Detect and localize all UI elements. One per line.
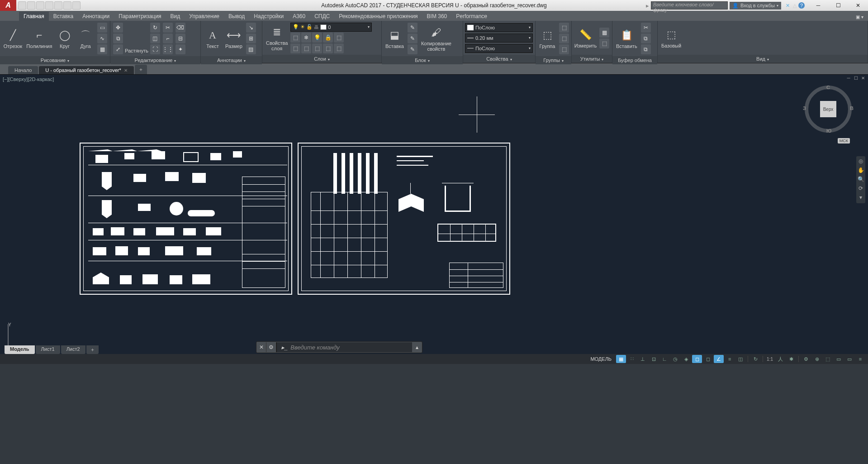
edit-icon[interactable]: ✎ bbox=[408, 33, 417, 43]
tab-performance[interactable]: Performance bbox=[451, 12, 492, 21]
layermk2-icon[interactable]: ⬚ bbox=[301, 43, 311, 53]
array-icon[interactable]: ⋮⋮ bbox=[163, 44, 173, 54]
exchange-icon[interactable]: ✕ bbox=[784, 2, 791, 9]
tab-a360[interactable]: A360 bbox=[288, 12, 310, 21]
otrack-icon[interactable]: ∠ bbox=[714, 355, 724, 363]
offset-icon[interactable]: ⊟ bbox=[175, 33, 185, 43]
rect-icon[interactable]: ▭ bbox=[97, 23, 107, 33]
layout-2[interactable]: Лист2 bbox=[61, 345, 85, 354]
tab-addins[interactable]: Надстройки bbox=[249, 12, 288, 21]
search-input[interactable]: Введите ключевое слово/фразу bbox=[651, 1, 728, 10]
tab-start[interactable]: Начало bbox=[8, 66, 38, 74]
line-button[interactable]: ╱Отрезок bbox=[2, 27, 24, 50]
attr-icon[interactable]: ✎ bbox=[408, 44, 417, 54]
dim-button[interactable]: ⟷Размер bbox=[223, 27, 244, 50]
tab-insert[interactable]: Вставка bbox=[49, 12, 78, 21]
layeriso-icon[interactable]: ⬚ bbox=[290, 33, 300, 43]
ortho-icon[interactable]: ∟ bbox=[659, 355, 669, 363]
tab-add[interactable]: ＋ bbox=[135, 65, 147, 74]
move-icon[interactable]: ✥ bbox=[113, 23, 123, 33]
status-scale[interactable]: 1:1 bbox=[765, 357, 774, 362]
layermk4-icon[interactable]: ⬚ bbox=[323, 43, 333, 53]
viewport-label[interactable]: [−][Сверху][2D-каркас] bbox=[3, 77, 54, 82]
cmd-recent-icon[interactable]: ⚙ bbox=[266, 342, 276, 352]
command-input[interactable]: ▸_Введите команду bbox=[276, 342, 412, 352]
table-icon[interactable]: ⊞ bbox=[246, 33, 256, 43]
mirror-icon[interactable]: ◫ bbox=[150, 33, 160, 43]
layerfreeze-icon[interactable]: ❄ bbox=[301, 33, 311, 43]
erase-icon[interactable]: ⌫ bbox=[175, 23, 185, 33]
qat-undo-icon[interactable] bbox=[63, 1, 71, 10]
hatch-icon[interactable]: ▦ bbox=[97, 44, 107, 54]
layermatch-icon[interactable]: ⬚ bbox=[334, 33, 344, 43]
minimize-button[interactable]: ─ bbox=[808, 0, 828, 11]
sel-icon[interactable]: ▦ bbox=[599, 28, 609, 38]
cpaste-icon[interactable]: ⧉ bbox=[641, 44, 651, 54]
layerlock-icon[interactable]: 🔒 bbox=[323, 33, 333, 43]
cmd-expand-icon[interactable]: ▴ bbox=[412, 342, 422, 352]
cmd-close-icon[interactable]: ✕ bbox=[256, 342, 266, 352]
cycle-icon[interactable]: ↻ bbox=[750, 355, 760, 363]
matchprop-button[interactable]: 🖌Копирование свойств bbox=[419, 24, 453, 53]
layout-model[interactable]: Модель bbox=[5, 345, 35, 354]
vp-min-icon[interactable]: ─ bbox=[845, 76, 852, 81]
spline-icon[interactable]: ∿ bbox=[97, 33, 107, 43]
polyline-button[interactable]: ⌐Полилиния bbox=[25, 27, 54, 50]
tab-featured[interactable]: Рекомендованные приложения bbox=[334, 12, 422, 21]
leader-icon[interactable]: ↘ bbox=[246, 23, 256, 33]
osnap-icon[interactable]: ◻ bbox=[692, 355, 702, 363]
tab-view[interactable]: Вид bbox=[166, 12, 185, 21]
ws-icon[interactable]: ⚙ bbox=[801, 355, 811, 363]
text-button[interactable]: AТекст bbox=[203, 27, 223, 50]
layerprops-button[interactable]: ≣Свойства слоя bbox=[264, 24, 289, 52]
viewcube-w[interactable]: З bbox=[803, 105, 806, 111]
nav-wheel-icon[interactable]: ◎ bbox=[857, 158, 864, 165]
layermk-icon[interactable]: ⬚ bbox=[290, 43, 300, 53]
tab-annotate[interactable]: Аннотации bbox=[78, 12, 114, 21]
gredit-icon[interactable]: ⬚ bbox=[559, 33, 569, 43]
lweight-combo[interactable]: 0.20 мм▾ bbox=[465, 33, 533, 43]
drawing-viewport[interactable]: [−][Сверху][2D-каркас] ─ ☐ ✕ bbox=[0, 74, 868, 364]
scale-icon[interactable]: ⛶ bbox=[150, 44, 160, 54]
tab-spds[interactable]: СПДС bbox=[310, 12, 334, 21]
ungroup-icon[interactable]: ⬚ bbox=[559, 23, 569, 33]
qat-plot-icon[interactable] bbox=[54, 1, 62, 10]
measure-button[interactable]: 📏Измерить bbox=[574, 27, 598, 49]
stretch-button[interactable]: ⤢ bbox=[113, 44, 123, 54]
insert-button[interactable]: ⬓Вставка bbox=[384, 27, 406, 50]
copy-icon[interactable]: ⧉ bbox=[113, 33, 123, 43]
mtext-icon[interactable]: ▤ bbox=[246, 44, 256, 54]
circle-button[interactable]: ◯Круг bbox=[55, 27, 75, 50]
paste-button[interactable]: 📋Вставить bbox=[614, 27, 639, 50]
layermk3-icon[interactable]: ⬚ bbox=[312, 43, 322, 53]
create-icon[interactable]: ✎ bbox=[408, 23, 417, 33]
dyn-icon[interactable]: ⊡ bbox=[649, 355, 659, 363]
app-logo[interactable]: A bbox=[0, 0, 16, 11]
tab-output[interactable]: Вывод bbox=[224, 12, 249, 21]
qat-open-icon[interactable] bbox=[27, 1, 35, 10]
viewcube-e[interactable]: В bbox=[850, 105, 854, 111]
iso-icon[interactable]: ◈ bbox=[681, 355, 691, 363]
monitor-icon[interactable]: ⊕ bbox=[812, 355, 822, 363]
rotate-icon[interactable]: ↻ bbox=[150, 23, 160, 33]
custom-icon[interactable]: ≡ bbox=[855, 355, 865, 363]
clean-icon[interactable]: ▭ bbox=[844, 355, 854, 363]
group-button[interactable]: ⬚Группа bbox=[537, 27, 557, 50]
3dosnap-icon[interactable]: ◻ bbox=[703, 355, 713, 363]
snap-icon[interactable]: ∷ bbox=[627, 355, 637, 363]
signin-button[interactable]: 👤 Вход в службы ▾ bbox=[730, 2, 781, 10]
annoauto-icon[interactable]: ✱ bbox=[786, 355, 796, 363]
arc-button[interactable]: ⌒Дуга bbox=[76, 27, 95, 50]
ltype-combo[interactable]: ПоСлою▾ bbox=[465, 44, 533, 53]
layermk5-icon[interactable]: ⬚ bbox=[334, 43, 344, 53]
maximize-button[interactable]: ☐ bbox=[828, 0, 848, 11]
ccopy-icon[interactable]: ⧉ bbox=[641, 33, 651, 43]
explode-icon[interactable]: ✦ bbox=[175, 44, 185, 54]
lw-icon[interactable]: ≡ bbox=[725, 355, 735, 363]
qat-new-icon[interactable] bbox=[18, 1, 26, 10]
qat-saveas-icon[interactable] bbox=[45, 1, 53, 10]
help-icon[interactable]: ? bbox=[798, 2, 805, 9]
close-button[interactable]: ✕ bbox=[848, 0, 868, 11]
qp-icon[interactable]: ▭ bbox=[834, 355, 844, 363]
trim-icon[interactable]: ✂ bbox=[163, 23, 173, 33]
